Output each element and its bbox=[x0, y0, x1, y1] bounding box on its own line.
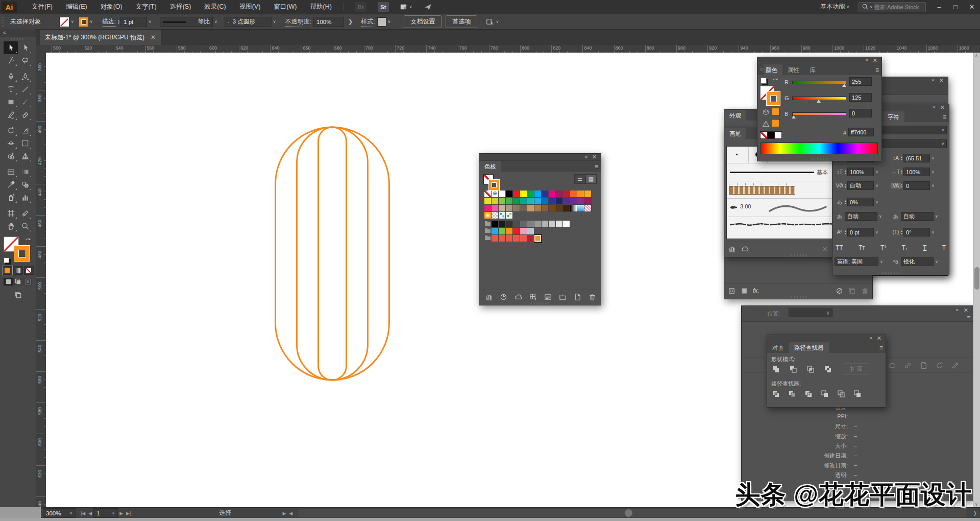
swatch[interactable] bbox=[556, 191, 563, 198]
antialias-field[interactable]: ªa 锐化∨ bbox=[891, 257, 938, 266]
artboard-tool[interactable] bbox=[4, 207, 18, 220]
pathfinder-merge-icon[interactable] bbox=[804, 389, 813, 398]
slider-thumb-icon[interactable] bbox=[842, 84, 846, 87]
fill-swatch[interactable] bbox=[59, 17, 69, 27]
pathfinder-divide-icon[interactable] bbox=[771, 389, 780, 398]
control-bar-grip[interactable] bbox=[2, 17, 4, 27]
swatch[interactable] bbox=[534, 198, 542, 205]
delete-item-icon[interactable] bbox=[861, 287, 869, 295]
swatch[interactable] bbox=[549, 221, 556, 228]
tab-color[interactable]: 颜色 bbox=[764, 64, 782, 75]
add-new-fill-icon[interactable] bbox=[740, 287, 749, 295]
app-logo[interactable]: Ai bbox=[2, 2, 17, 13]
swatch[interactable] bbox=[492, 198, 499, 205]
swatch[interactable] bbox=[506, 235, 513, 242]
hscroll-right-icon[interactable]: ❯ bbox=[973, 511, 977, 516]
swatch-pattern[interactable] bbox=[506, 212, 513, 219]
swatch[interactable] bbox=[513, 191, 520, 198]
color-spectrum-bar[interactable] bbox=[761, 143, 878, 154]
swatch[interactable] bbox=[577, 198, 584, 205]
tab-pathfinder[interactable]: 路径查找器 bbox=[789, 342, 829, 353]
swatch[interactable] bbox=[570, 191, 577, 198]
swatch[interactable] bbox=[527, 198, 534, 205]
small-caps-button[interactable]: Tᴛ bbox=[859, 244, 865, 251]
stroke-color-control[interactable] bbox=[14, 245, 30, 262]
swatch-registration[interactable]: ⊕ bbox=[492, 191, 499, 198]
brush-caret-icon[interactable]: ∨ bbox=[273, 19, 276, 24]
swatch[interactable] bbox=[527, 221, 534, 228]
tab-properties[interactable]: 属性 bbox=[782, 64, 804, 75]
color-menu-icon[interactable]: ≡ bbox=[875, 66, 879, 74]
swatch[interactable] bbox=[556, 198, 563, 205]
menu-item-3[interactable]: 文字(T) bbox=[129, 0, 163, 14]
subscript-button[interactable]: T₁ bbox=[901, 244, 907, 251]
swatch[interactable] bbox=[513, 198, 520, 205]
strikethrough-button[interactable]: T bbox=[942, 244, 946, 251]
slice-tool[interactable] bbox=[18, 207, 32, 220]
shape-mode-exclude-icon[interactable] bbox=[823, 365, 832, 374]
ruler-corner[interactable] bbox=[36, 45, 46, 53]
tab-swatches[interactable]: 色板 bbox=[479, 161, 501, 172]
pathfinder-menu-icon[interactable]: ≡ bbox=[879, 344, 883, 351]
brush-libraries-icon[interactable] bbox=[727, 245, 736, 253]
color-group-folder-icon[interactable] bbox=[484, 221, 492, 228]
web-safe-swatch[interactable] bbox=[772, 108, 780, 116]
draw-behind-button[interactable] bbox=[13, 278, 22, 286]
tab-close-icon[interactable]: ✕ bbox=[151, 34, 156, 41]
menu-item-4[interactable]: 选择(S) bbox=[163, 0, 198, 14]
eraser-tool[interactable] bbox=[18, 108, 32, 121]
touch-caret-icon[interactable]: ∨ bbox=[496, 19, 499, 24]
lasso-tool[interactable] bbox=[18, 54, 32, 67]
perspective-grid-tool[interactable] bbox=[18, 150, 32, 162]
shape-mode-intersect-icon[interactable] bbox=[806, 365, 815, 374]
stroke-swatch[interactable] bbox=[79, 17, 88, 27]
swatch[interactable] bbox=[520, 228, 527, 235]
swatch[interactable] bbox=[499, 235, 506, 242]
pathfinder-collapse-icon[interactable]: « bbox=[869, 335, 872, 341]
line-segment-tool[interactable] bbox=[18, 83, 32, 96]
tab-character[interactable]: 字符 bbox=[883, 111, 904, 122]
curvature-tool[interactable] bbox=[18, 70, 32, 83]
scroll-up-icon[interactable]: ∧ bbox=[975, 53, 978, 58]
swatch[interactable] bbox=[584, 198, 592, 205]
swatch[interactable] bbox=[499, 205, 506, 212]
tsume-field[interactable]: あ▴▾ 0%∨ bbox=[835, 198, 878, 206]
swatch-gradient-bw[interactable] bbox=[570, 205, 577, 212]
aki-left-field[interactable]: あ 自动∨ bbox=[835, 212, 882, 221]
pen-tool[interactable] bbox=[4, 70, 18, 83]
swatch[interactable] bbox=[556, 221, 563, 228]
menu-item-2[interactable]: 对象(O) bbox=[94, 0, 129, 14]
clear-appearance-icon[interactable] bbox=[835, 287, 844, 295]
close-button[interactable]: ✕ bbox=[964, 1, 980, 14]
stroke-weight-stepper[interactable]: ▴▾ bbox=[118, 19, 119, 25]
stroke-weight-caret-icon[interactable]: ∨ bbox=[149, 19, 152, 24]
libraries-panel-icon[interactable] bbox=[741, 245, 749, 253]
underline-button[interactable]: T bbox=[923, 244, 926, 251]
maximize-button[interactable]: □ bbox=[947, 1, 964, 14]
rotate-tool[interactable] bbox=[4, 124, 18, 137]
character-resize-grip[interactable] bbox=[882, 272, 899, 274]
swatch[interactable] bbox=[499, 228, 506, 235]
preferences-button[interactable]: 首选项 bbox=[446, 15, 477, 28]
menu-item-0[interactable]: 文件(F) bbox=[25, 0, 59, 14]
char-rotation-field[interactable]: (T)▴▾ 0°∨ bbox=[891, 228, 935, 236]
swatch[interactable] bbox=[556, 205, 563, 212]
width-tool[interactable] bbox=[4, 137, 18, 150]
vertical-scrollbar[interactable]: ∧ ∨ bbox=[973, 53, 980, 507]
swatch-pattern[interactable] bbox=[584, 205, 592, 212]
opacity-label[interactable]: 不透明度: bbox=[285, 17, 311, 27]
swatch[interactable] bbox=[563, 205, 570, 212]
swatch[interactable] bbox=[534, 191, 542, 198]
swatch[interactable] bbox=[492, 228, 499, 235]
swatch[interactable] bbox=[527, 191, 534, 198]
expand-button[interactable]: 扩展 bbox=[844, 363, 869, 375]
touch-workspace-icon[interactable] bbox=[485, 17, 494, 26]
docked-collapse-icon[interactable]: « bbox=[932, 77, 935, 83]
shape-builder-tool[interactable] bbox=[4, 150, 18, 162]
pathfinder-close-icon[interactable]: ✕ bbox=[877, 335, 881, 341]
color-mode-button[interactable] bbox=[3, 266, 12, 275]
tab-appearance[interactable]: 外观 bbox=[724, 110, 746, 121]
swatch[interactable] bbox=[506, 221, 513, 228]
stroke-weight-field[interactable]: 1 pt bbox=[120, 17, 147, 27]
brushes-resize-grip[interactable] bbox=[790, 254, 807, 256]
